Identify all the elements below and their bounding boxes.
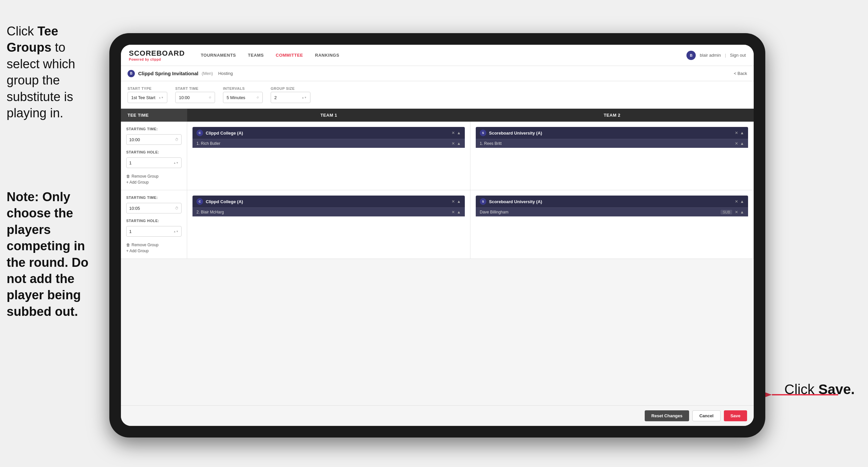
team-x-1-2[interactable]: ✕ [452, 199, 455, 204]
reset-changes-button[interactable]: Reset Changes [645, 410, 689, 421]
player-chevron-1-1-0[interactable]: ▲ [457, 141, 461, 146]
team-card-2-1[interactable]: S Scoreboard University (A) ✕ ▲ 1. Rees … [476, 127, 748, 148]
remove-group-label-2: Remove Group [131, 243, 158, 247]
remove-group-btn-1[interactable]: 🗑 Remove Group [126, 174, 182, 179]
breadcrumb-bar: B Clippd Spring Invitational (Men) Hosti… [121, 66, 754, 81]
team-card-header-1-2: C Clippd College (A) ✕ ▲ [192, 196, 465, 207]
starting-hole-label-2: STARTING HOLE: [126, 219, 182, 223]
start-time-field: Start Time 10:00 ⏱ [175, 87, 215, 103]
team-logo-1-2: C [196, 198, 203, 205]
intervals-spinner[interactable]: ⏱ [256, 96, 259, 99]
add-group-btn-2[interactable]: + Add Group [126, 249, 182, 253]
team-x-1-1[interactable]: ✕ [452, 130, 455, 135]
tee-time-col-1: STARTING TIME: 10:00 ⏱ STARTING HOLE: 1 … [121, 122, 187, 190]
starting-hole-input-1[interactable]: 1 ▲▼ [126, 157, 182, 168]
team-x-2-1[interactable]: ✕ [735, 130, 738, 135]
nav-right: B blair admin | Sign out [686, 51, 746, 60]
team-card-controls-2-2: ✕ ▲ [735, 199, 744, 204]
start-type-value: 1st Tee Start [131, 95, 155, 100]
powered-brand: clippd [150, 58, 161, 61]
team-chevron-2-1[interactable]: ▲ [740, 130, 744, 135]
start-type-input[interactable]: 1st Tee Start ▲▼ [128, 92, 167, 103]
team-logo-2-2: S [480, 198, 486, 205]
remove-icon-1: 🗑 [126, 174, 130, 179]
team-name-1-2: Clippd College (A) [206, 199, 449, 204]
start-time-spinner[interactable]: ⏱ [209, 96, 211, 99]
logo-scoreboard: SCOREBOARD [129, 49, 185, 58]
user-avatar: B [686, 51, 696, 60]
team-name-2-1: Scoreboard University (A) [489, 130, 732, 136]
intervals-field: Intervals 5 Minutes ⏱ [223, 87, 263, 103]
team-chevron-2-2[interactable]: ▲ [740, 199, 744, 204]
nav-teams[interactable]: TEAMS [243, 51, 269, 60]
breadcrumb-icon: B [128, 70, 135, 77]
player-chevron-1-2-0[interactable]: ▲ [457, 210, 461, 214]
starting-time-label-2: STARTING TIME: [126, 196, 182, 200]
starting-hole-input-2[interactable]: 1 ▲▼ [126, 226, 182, 237]
logo-area: SCOREBOARD Powered by clippd [129, 49, 185, 61]
group-size-label: Group Size [271, 87, 310, 90]
group-size-input[interactable]: 2 ▲▼ [271, 92, 310, 103]
tee-actions-1: 🗑 Remove Group + Add Group [126, 174, 182, 185]
settings-row: Start Type 1st Tee Start ▲▼ Start Time 1… [121, 81, 754, 109]
footer-bar: Reset Changes Cancel Save [121, 405, 754, 426]
nav-committee[interactable]: COMMITTEE [270, 51, 308, 60]
player-row-1-2-0: 2. Blair McHarg ✕ ▲ [192, 207, 465, 216]
group-size-spinner[interactable]: ▲▼ [302, 96, 307, 99]
start-type-label: Start Type [128, 87, 167, 90]
starting-hole-value-1: 1 [129, 160, 131, 166]
tee-time-header: Tee Time [121, 109, 187, 122]
breadcrumb-subtitle: (Men) [202, 71, 213, 76]
team-chevron-1-1[interactable]: ▲ [457, 130, 461, 135]
player-name-2-1-0: 1. Rees Britt [480, 141, 735, 146]
player-x-1-1-0[interactable]: ✕ [452, 141, 455, 146]
starting-time-label-1: STARTING TIME: [126, 127, 182, 131]
starting-time-input-2[interactable]: 10:05 ⏱ [126, 203, 182, 213]
user-name: blair admin [700, 53, 721, 58]
nav-rankings[interactable]: RANKINGS [310, 51, 345, 60]
navbar: SCOREBOARD Powered by clippd TOURNAMENTS… [121, 45, 754, 66]
hole-spinner-1[interactable]: ▲▼ [173, 162, 179, 165]
team-card-1-2[interactable]: C Clippd College (A) ✕ ▲ 2. Blair McHarg… [192, 196, 465, 216]
annotation-save-bold: Save. [818, 381, 855, 397]
team-chevron-1-2[interactable]: ▲ [457, 199, 461, 204]
back-link[interactable]: < Back [734, 71, 747, 76]
nav-tournaments[interactable]: TOURNAMENTS [195, 51, 241, 60]
start-time-input[interactable]: 10:00 ⏱ [175, 92, 215, 103]
cancel-button[interactable]: Cancel [692, 410, 720, 421]
annotation-note-prefix: Note: Only choose the players competing … [7, 190, 89, 319]
intervals-input[interactable]: 5 Minutes ⏱ [223, 92, 263, 103]
remove-group-btn-2[interactable]: 🗑 Remove Group [126, 243, 182, 247]
player-name-1-2-0: 2. Blair McHarg [196, 210, 452, 214]
player-chevron-2-2-0[interactable]: ▲ [740, 210, 744, 214]
starting-hole-value-2: 1 [129, 229, 131, 234]
annotation-note: Note: Only choose the players competing … [0, 185, 106, 323]
team-card-1-1[interactable]: C Clippd College (A) ✕ ▲ 1. Rich Butler … [192, 127, 465, 148]
time-icon-1: ⏱ [175, 138, 179, 142]
start-time-label: Start Time [175, 87, 215, 90]
player-name-2-2-0: Dave Billingham [480, 210, 720, 214]
player-x-1-2-0[interactable]: ✕ [452, 210, 455, 214]
start-type-spinner[interactable]: ▲▼ [158, 96, 164, 99]
team1-header: Team 1 [187, 109, 470, 122]
sign-out-link[interactable]: Sign out [730, 53, 746, 58]
player-row-2-2-0: Dave Billingham SUB ✕ ▲ [476, 207, 748, 216]
team1-col-1: C Clippd College (A) ✕ ▲ 1. Rich Butler … [187, 122, 470, 190]
team-card-2-2[interactable]: S Scoreboard University (A) ✕ ▲ Dave Bil… [476, 196, 748, 216]
player-x-2-1-0[interactable]: ✕ [735, 141, 738, 146]
powered-by-text: Powered by [129, 58, 149, 61]
team-card-header-2-2: S Scoreboard University (A) ✕ ▲ [476, 196, 748, 207]
hole-spinner-2[interactable]: ▲▼ [173, 230, 179, 233]
player-chevron-2-1-0[interactable]: ▲ [740, 141, 744, 146]
player-x-2-2-0[interactable]: ✕ [735, 210, 738, 214]
add-group-btn-1[interactable]: + Add Group [126, 180, 182, 185]
annotation-tee-groups: Click Tee Groups to select which group t… [0, 20, 106, 125]
nav-separator: | [725, 53, 726, 58]
tee-time-col-2: STARTING TIME: 10:05 ⏱ STARTING HOLE: 1 … [121, 190, 187, 259]
starting-time-value-2: 10:05 [129, 206, 140, 211]
group-size-field: Group Size 2 ▲▼ [271, 87, 310, 103]
save-button[interactable]: Save [724, 410, 747, 421]
starting-time-input-1[interactable]: 10:00 ⏱ [126, 134, 182, 145]
team-x-2-2[interactable]: ✕ [735, 199, 738, 204]
nav-links: TOURNAMENTS TEAMS COMMITTEE RANKINGS [195, 51, 686, 60]
